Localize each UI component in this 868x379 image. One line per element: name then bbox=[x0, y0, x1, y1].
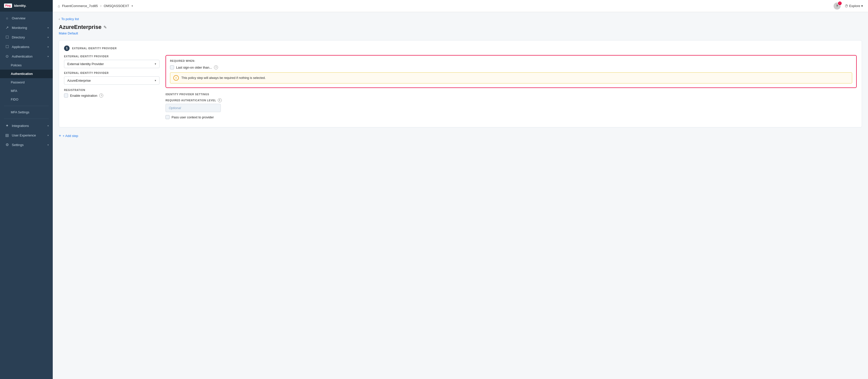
pass-user-context-row: Pass user context to provider bbox=[165, 115, 857, 119]
last-sign-on-row: Last sign-on older than... ? bbox=[170, 65, 852, 69]
sidebar-item-authentication-header[interactable]: ⊙ Authentication ▾ bbox=[0, 52, 53, 61]
chevron-down-icon: ▾ bbox=[155, 79, 156, 82]
pass-user-context-label: Pass user context to provider bbox=[172, 115, 214, 119]
authentication-icon: ⊙ bbox=[5, 54, 9, 59]
sidebar-item-fido[interactable]: FIDO bbox=[0, 95, 53, 104]
policy-name[interactable]: OMSQASSOEXT bbox=[104, 4, 129, 8]
sidebar-item-label: Overview bbox=[12, 16, 25, 20]
sidebar-item-label: Settings bbox=[12, 143, 24, 147]
sidebar-item-integrations[interactable]: ✦ Integrations ▾ bbox=[0, 121, 53, 130]
topbar: ⌂ FluentCommerce_7cd85 > OMSQASSOEXT ▾ ?… bbox=[53, 0, 868, 12]
logo-text: Identity. bbox=[14, 4, 26, 7]
edit-icon[interactable]: ✎ bbox=[103, 25, 107, 30]
idp-type-label: EXTERNAL IDENTITY PROVIDER bbox=[64, 55, 159, 58]
step-left: EXTERNAL IDENTITY PROVIDER External Iden… bbox=[64, 55, 159, 122]
step-number: 1 bbox=[64, 46, 69, 51]
sidebar-item-settings[interactable]: ⚙ Settings ▾ bbox=[0, 140, 53, 149]
sidebar-item-password[interactable]: Password bbox=[0, 78, 53, 87]
home-icon[interactable]: ⌂ bbox=[58, 4, 60, 8]
sidebar-nav: ○ Overview ↗ Monitoring ▾ ☐ Directory ▾ … bbox=[0, 11, 53, 379]
chevron-down-icon: ▾ bbox=[48, 26, 49, 29]
last-sign-on-checkbox[interactable] bbox=[170, 65, 174, 69]
topbar-left: ⌂ FluentCommerce_7cd85 > OMSQASSOEXT ▾ bbox=[58, 4, 133, 8]
applications-icon: ☐ bbox=[5, 45, 9, 49]
make-default-link[interactable]: Make Default bbox=[59, 31, 862, 35]
nav-divider bbox=[4, 119, 49, 119]
integrations-icon: ✦ bbox=[5, 123, 9, 128]
required-when-label: REQUIRED WHEN: bbox=[170, 60, 852, 62]
sidebar-item-directory[interactable]: ☐ Directory ▾ bbox=[0, 32, 53, 42]
sidebar-item-label: User Experience bbox=[12, 134, 36, 137]
pass-user-context-checkbox[interactable] bbox=[165, 115, 169, 119]
chevron-down-icon: ▾ bbox=[48, 124, 49, 127]
explore-label: Explore bbox=[849, 4, 860, 8]
idp-type-select[interactable]: External Identity Provider ▾ bbox=[64, 60, 159, 68]
sidebar-item-mfa[interactable]: MFA bbox=[0, 87, 53, 95]
step-card: 1 EXTERNAL IDENTITY PROVIDER EXTERNAL ID… bbox=[59, 40, 862, 127]
step-header: 1 EXTERNAL IDENTITY PROVIDER bbox=[64, 46, 857, 51]
sidebar-item-label: Authentication bbox=[11, 72, 33, 76]
help-icon[interactable]: ? bbox=[99, 93, 103, 97]
sidebar-item-label: Directory bbox=[12, 35, 25, 39]
chevron-down-icon: ▾ bbox=[48, 36, 49, 39]
separator: > bbox=[100, 4, 102, 8]
optional-select[interactable]: Optional bbox=[165, 104, 221, 112]
warning-icon: ! bbox=[173, 75, 179, 81]
help-icon[interactable]: ? bbox=[214, 65, 218, 69]
env-name[interactable]: FluentCommerce_7cd85 bbox=[62, 4, 98, 8]
sidebar-item-label: Integrations bbox=[12, 124, 29, 128]
directory-icon: ☐ bbox=[5, 35, 9, 39]
chevron-down-icon: ▾ bbox=[48, 144, 49, 146]
badge: 7 bbox=[838, 1, 842, 5]
sidebar-item-applications[interactable]: ☐ Applications ▾ bbox=[0, 42, 53, 52]
enable-registration-checkbox[interactable] bbox=[64, 93, 68, 97]
add-step-label: + Add step bbox=[63, 134, 78, 138]
help-button[interactable]: ? 7 bbox=[834, 2, 841, 9]
explore-button[interactable]: ⏱ Explore ▾ bbox=[845, 4, 863, 8]
sidebar-item-label: Password bbox=[11, 81, 25, 84]
chevron-down-icon: ▾ bbox=[48, 134, 49, 137]
sidebar-item-label: MFA bbox=[11, 89, 17, 93]
page-title: AzureEnterprise bbox=[59, 24, 101, 30]
step-right: REQUIRED WHEN: Last sign-on older than..… bbox=[165, 55, 857, 122]
sidebar-item-overview[interactable]: ○ Overview bbox=[0, 13, 53, 23]
required-when-box: REQUIRED WHEN: Last sign-on older than..… bbox=[165, 55, 857, 88]
chevron-down-icon: ▾ bbox=[155, 62, 156, 66]
content-area: ‹ To policy list AzureEnterprise ✎ Make … bbox=[53, 12, 868, 379]
sidebar-item-label: Authentication bbox=[12, 55, 32, 58]
sidebar-item-user-experience[interactable]: ▤ User Experience ▾ bbox=[0, 130, 53, 140]
page-title-row: AzureEnterprise ✎ bbox=[59, 24, 862, 30]
optional-placeholder: Optional bbox=[169, 106, 181, 110]
topbar-right: ? 7 ⏱ Explore ▾ bbox=[834, 2, 863, 9]
idp-settings-label: IDENTITY PROVIDER SETTINGS bbox=[165, 93, 857, 96]
sidebar-item-policies[interactable]: Policies bbox=[0, 61, 53, 69]
sidebar-item-label: FIDO bbox=[11, 98, 18, 101]
overview-icon: ○ bbox=[5, 16, 9, 20]
sidebar-item-monitoring[interactable]: ↗ Monitoring ▾ bbox=[0, 23, 53, 32]
last-sign-on-label: Last sign-on older than... bbox=[176, 66, 212, 69]
plus-icon: + bbox=[59, 134, 61, 138]
auth-level-text: REQUIRED AUTHENTICATION LEVEL bbox=[165, 99, 216, 102]
registration-label: REGISTRATION bbox=[64, 89, 159, 91]
main-content: ⌂ FluentCommerce_7cd85 > OMSQASSOEXT ▾ ?… bbox=[53, 0, 868, 379]
idp-name-select[interactable]: AzureEnterprise ▾ bbox=[64, 77, 159, 85]
breadcrumb[interactable]: ‹ To policy list bbox=[59, 17, 862, 21]
sidebar-item-authentication[interactable]: Authentication bbox=[0, 69, 53, 78]
chevron-down-icon: ▾ bbox=[861, 4, 863, 8]
help-icon[interactable]: ? bbox=[218, 98, 222, 102]
monitoring-icon: ↗ bbox=[5, 25, 9, 30]
idp-settings: IDENTITY PROVIDER SETTINGS REQUIRED AUTH… bbox=[165, 93, 857, 119]
sidebar-item-label: Applications bbox=[12, 45, 29, 49]
registration-section: REGISTRATION Enable registration ? bbox=[64, 89, 159, 97]
sidebar-item-label: Monitoring bbox=[12, 26, 27, 30]
add-step-button[interactable]: + + Add step bbox=[59, 132, 862, 140]
chevron-down-icon: ▾ bbox=[48, 55, 49, 58]
chevron-down-icon: ▾ bbox=[132, 4, 133, 7]
sidebar-item-label: Policies bbox=[11, 64, 22, 67]
step-section-label: EXTERNAL IDENTITY PROVIDER bbox=[72, 47, 117, 50]
sidebar-logo: Ping Identity. bbox=[0, 0, 53, 11]
sidebar-item-mfa-settings[interactable]: MFA Settings bbox=[0, 108, 53, 117]
clock-icon: ⏱ bbox=[845, 4, 848, 8]
back-arrow-icon: ‹ bbox=[59, 17, 60, 21]
warning-box: ! This policy step will always be requir… bbox=[170, 72, 852, 83]
